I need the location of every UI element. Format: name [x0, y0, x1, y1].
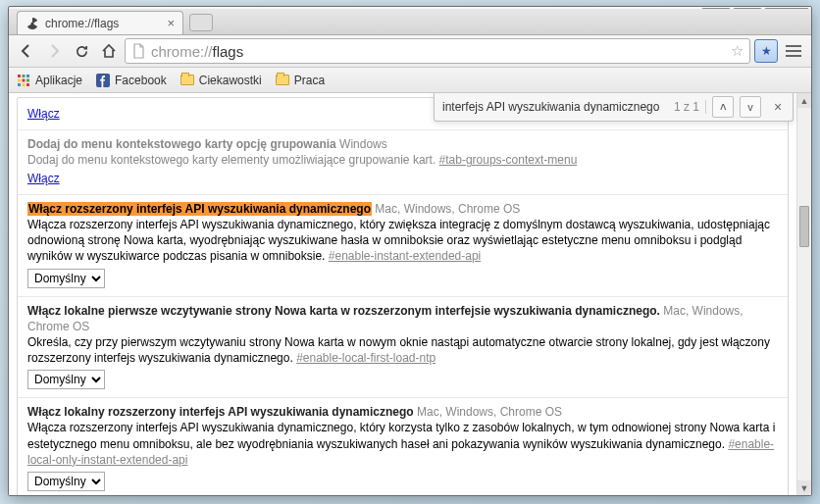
bookmarks-bar: Aplikacje Facebook Ciekawostki Praca [9, 68, 811, 93]
bookmark-label: Praca [294, 74, 325, 87]
bookmark-label: Aplikacje [35, 74, 82, 87]
svg-rect-7 [18, 83, 21, 86]
flag-item: Włącz lokalny rozszerzony interfejs API … [18, 397, 788, 495]
svg-rect-1 [18, 75, 21, 77]
address-bar[interactable]: chrome://flags ☆ [125, 38, 750, 64]
svg-rect-6 [26, 78, 29, 81]
browser-toolbar: chrome://flags ☆ ★ [9, 34, 811, 68]
url-text: chrome://flags [151, 43, 243, 60]
home-button[interactable] [97, 39, 121, 63]
scrollbar-thumb[interactable] [799, 206, 809, 247]
find-close-button[interactable]: × [767, 96, 789, 118]
reload-button[interactable] [70, 39, 93, 63]
tab-title: chrome://flags [45, 17, 119, 30]
flag-title: Włącz lokalny rozszerzony interfejs API … [27, 405, 414, 419]
flag-anchor-link[interactable]: #enable-local-only-instant-extended-api [27, 437, 774, 467]
flag-description: Określa, czy przy pierwszym wczytywaniu … [27, 334, 778, 366]
flag-description: Włącza rozszerzony interfejs API wyszuki… [27, 217, 778, 265]
folder-icon [180, 74, 194, 87]
bookmark-label: Ciekawostki [199, 74, 262, 87]
bookmarks-facebook[interactable]: Facebook [96, 74, 167, 87]
bookmark-label: Facebook [115, 74, 167, 87]
browser-tab[interactable]: chrome://flags × [17, 11, 183, 34]
svg-rect-2 [23, 75, 26, 77]
bookmarks-folder-praca[interactable]: Praca [276, 74, 325, 87]
scrollbar-up-icon[interactable]: ▲ [797, 93, 811, 108]
vertical-scrollbar[interactable]: ▲ ▼ [796, 93, 811, 495]
flag-anchor-link[interactable]: #enable-local-first-load-ntp [296, 351, 436, 365]
window-maximize-button[interactable]: ▭ [733, 8, 762, 27]
find-in-page-bar: 1 z 1 ʌ v × [434, 93, 794, 122]
bookmark-star-icon[interactable]: ☆ [731, 42, 743, 60]
page-content: WłączDodaj do menu kontekstowego karty o… [9, 93, 796, 495]
extension-button[interactable]: ★ [754, 39, 778, 63]
svg-rect-3 [26, 75, 29, 77]
bookmarks-apps[interactable]: Aplikacje [17, 74, 82, 87]
forward-button[interactable] [42, 39, 66, 63]
flag-platforms: Windows [339, 137, 387, 151]
radiation-icon [26, 17, 39, 30]
flag-anchor-link[interactable]: #enable-instant-extended-api [329, 249, 481, 263]
find-match-count: 1 z 1 [674, 100, 706, 114]
search-highlight: Włącz rozszerzony interfejs API wyszukiw… [27, 202, 372, 216]
flag-enable-link[interactable]: Włącz [27, 171, 60, 186]
find-prev-button[interactable]: ʌ [712, 96, 734, 118]
find-input[interactable] [442, 100, 668, 114]
svg-rect-9 [26, 83, 29, 86]
flag-select[interactable]: Domyślny [27, 370, 105, 389]
page-icon [131, 43, 145, 59]
flag-platforms: Mac, Windows, Chrome OS [417, 405, 562, 419]
tab-close-icon[interactable]: × [167, 16, 175, 30]
back-button[interactable] [15, 39, 38, 63]
svg-rect-8 [23, 83, 26, 86]
flag-item: Włącz rozszerzony interfejs API wyszukiw… [18, 194, 788, 296]
flag-item: Dodaj do menu kontekstowego karty opcję … [18, 129, 788, 194]
bookmarks-folder-ciekawostki[interactable]: Ciekawostki [180, 74, 262, 87]
flag-title: Włącz lokalne pierwsze wczytywanie stron… [27, 304, 660, 318]
flag-title: Dodaj do menu kontekstowego karty opcję … [27, 137, 336, 151]
find-next-button[interactable]: v [740, 96, 761, 118]
flag-enable-link[interactable]: Włącz [27, 106, 60, 122]
folder-icon [276, 74, 289, 87]
flag-item: Włącz lokalne pierwsze wczytywanie stron… [18, 296, 788, 398]
facebook-icon [96, 74, 110, 87]
svg-rect-4 [18, 78, 21, 81]
hamburger-menu-button[interactable] [782, 39, 805, 63]
flag-platforms: Mac, Windows, Chrome OS [375, 202, 520, 216]
flag-select[interactable]: Domyślny [27, 269, 105, 288]
new-tab-button[interactable] [189, 14, 213, 31]
apps-grid-icon [17, 74, 30, 87]
flag-description: Dodaj do menu kontekstowego karty elemen… [27, 152, 778, 168]
flag-select[interactable]: Domyślny [27, 472, 105, 491]
flag-description: Włącza rozszerzony interfejs API wyszuki… [27, 420, 778, 468]
flag-anchor-link[interactable]: #tab-groups-context-menu [439, 153, 578, 167]
svg-rect-5 [23, 78, 26, 81]
window-close-button[interactable]: ✕ [764, 8, 809, 27]
window-minimize-button[interactable]: ─ [701, 8, 731, 27]
scrollbar-down-icon[interactable]: ▼ [797, 480, 811, 495]
